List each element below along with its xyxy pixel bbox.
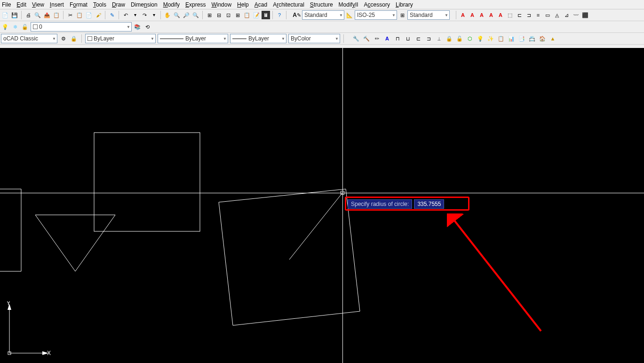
layer-dropdown[interactable]: 0 ▼	[31, 22, 132, 32]
dim9-icon[interactable]: ⬛	[581, 11, 589, 19]
text-a4-icon[interactable]: A	[487, 11, 495, 19]
sheet-icon[interactable]: 📋	[243, 11, 251, 19]
plotstyle-dropdown[interactable]: ByColor ▼	[288, 34, 340, 43]
text-a1-icon[interactable]: A	[459, 11, 467, 19]
mod9-icon[interactable]: ⟂	[435, 34, 443, 43]
menu-dimension[interactable]: Dimension	[131, 1, 158, 8]
properties-icon[interactable]: ⊞	[205, 11, 214, 19]
markup-icon[interactable]: 📝	[252, 11, 261, 19]
text-style-icon[interactable]: A✎	[293, 11, 301, 19]
plot-preview-icon[interactable]: 🔍	[33, 11, 42, 19]
mod3-icon[interactable]: ✏	[373, 34, 381, 43]
mod14-icon[interactable]: ✨	[486, 34, 495, 43]
mod19-icon[interactable]: 🏠	[538, 34, 547, 43]
text-a3-icon[interactable]: A	[477, 11, 486, 19]
undo-dd-icon[interactable]: ▾	[131, 11, 139, 19]
save-icon[interactable]: 💾	[10, 11, 19, 19]
redo-icon[interactable]: ↷	[140, 11, 149, 19]
layer-states-icon[interactable]: 📚	[133, 23, 142, 31]
mod16-icon[interactable]: 📊	[507, 34, 516, 43]
menu-structure[interactable]: Structure	[310, 1, 333, 8]
block-editor-icon[interactable]: ✎	[108, 11, 116, 19]
mod4-icon[interactable]: A	[383, 34, 391, 43]
mod10-icon[interactable]: 🔒	[445, 34, 453, 43]
zoom-realtime-icon[interactable]: 🔍	[173, 11, 181, 19]
paste-icon[interactable]: 📄	[85, 11, 93, 19]
menu-express[interactable]: Express	[185, 1, 206, 8]
undo-icon[interactable]: ↶	[121, 11, 130, 19]
mod1-icon[interactable]: 🔧	[352, 34, 360, 43]
menu-edit[interactable]: Edit	[16, 1, 26, 8]
dim-style-dropdown[interactable]: ISO-25 ▼	[355, 10, 397, 20]
new-icon[interactable]: 📄	[1, 11, 9, 19]
zoom-prev-icon[interactable]: 🔍	[191, 11, 200, 19]
workspace-dropdown[interactable]: oCAD Classic ▼	[1, 34, 57, 43]
dim-style-icon[interactable]: 📐	[345, 11, 354, 19]
help-icon[interactable]: ?	[275, 11, 284, 19]
table-style-dropdown[interactable]: Standard ▼	[407, 10, 450, 20]
ws-settings-icon[interactable]: ⚙	[59, 34, 68, 43]
menu-insert[interactable]: Insert	[50, 1, 64, 8]
mod11-icon[interactable]: 🔓	[455, 34, 464, 43]
mod12-icon[interactable]: ⬡	[466, 34, 474, 43]
tool-palette-icon[interactable]: ⊡	[224, 11, 232, 19]
match-props-icon[interactable]: 🖌	[94, 11, 103, 19]
dim1-icon[interactable]: ⬚	[506, 11, 514, 19]
menu-view[interactable]: View	[32, 1, 44, 8]
mod15-icon[interactable]: 📋	[497, 34, 505, 43]
redo-dd-icon[interactable]: ▾	[150, 11, 158, 19]
publish-icon[interactable]: 📤	[43, 11, 51, 19]
menu-modify[interactable]: Modify	[163, 1, 180, 8]
dim7-icon[interactable]: ⊿	[562, 11, 571, 19]
linetype-dropdown[interactable]: ByLayer ▼	[158, 34, 228, 43]
zoom-window-icon[interactable]: 🔎	[182, 11, 191, 19]
color-dropdown[interactable]: ByLayer ▼	[85, 34, 156, 43]
publish2-icon[interactable]: 📋	[52, 11, 61, 19]
dim4-icon[interactable]: ≡	[534, 11, 542, 19]
mod20-icon[interactable]: ▲	[549, 34, 557, 43]
menu-accessory[interactable]: Accessory	[364, 1, 390, 8]
menu-help[interactable]: Help	[237, 1, 249, 8]
cut-icon[interactable]: ✂	[66, 11, 74, 19]
text-style-dropdown[interactable]: Standard ▼	[302, 10, 344, 20]
table-style-icon[interactable]: ⊞	[398, 11, 406, 19]
mod7-icon[interactable]: ⊏	[414, 34, 422, 43]
layer-lock-icon[interactable]: 🔓	[21, 23, 29, 31]
drawing-canvas[interactable]: Y X Specify radius of circle: 335.7555	[0, 48, 644, 363]
layer-bulb-icon[interactable]: 💡	[1, 23, 9, 31]
layer-freeze-icon[interactable]: ❄	[11, 23, 19, 31]
menu-file[interactable]: File	[2, 1, 11, 8]
calc-icon[interactable]: ⊞	[233, 11, 242, 19]
mod2-icon[interactable]: 🔨	[362, 34, 371, 43]
mod6-icon[interactable]: ⊔	[404, 34, 412, 43]
menu-tools[interactable]: Tools	[93, 1, 106, 8]
dim6-icon[interactable]: ◬	[553, 11, 561, 19]
dim3-icon[interactable]: ⊐	[525, 11, 533, 19]
dynamic-input-value[interactable]: 335.7555	[414, 199, 444, 209]
menu-draw[interactable]: Draw	[112, 1, 125, 8]
mod17-icon[interactable]: 📑	[517, 34, 526, 43]
dim8-icon[interactable]: 〰	[572, 11, 580, 19]
pan-icon[interactable]: ✋	[163, 11, 172, 19]
text-a5-icon[interactable]: A	[496, 11, 505, 19]
dsm-icon[interactable]: ⊟	[215, 11, 223, 19]
menu-format[interactable]: Format	[70, 1, 87, 8]
mod18-icon[interactable]: 📇	[528, 34, 536, 43]
ws-lock-icon[interactable]: 🔒	[70, 34, 78, 43]
dim2-icon[interactable]: ⊏	[515, 11, 524, 19]
menu-architectural[interactable]: Architectural	[273, 1, 304, 8]
mod13-icon[interactable]: 💡	[476, 34, 485, 43]
menu-modify2[interactable]: ModifyII	[339, 1, 358, 8]
menu-acad[interactable]: Acad	[254, 1, 267, 8]
mod8-icon[interactable]: ⊐	[424, 34, 433, 43]
menu-window[interactable]: Window	[211, 1, 231, 8]
lineweight-dropdown[interactable]: ByLayer ▼	[230, 34, 286, 43]
layer-prev-icon[interactable]: ⟲	[143, 23, 151, 31]
plot-icon[interactable]: 🖨	[24, 11, 32, 19]
copy-icon[interactable]: 📋	[75, 11, 84, 19]
text-a2-icon[interactable]: A	[468, 11, 477, 19]
quickcalc-icon[interactable]: 🖩	[262, 11, 270, 19]
dim5-icon[interactable]: ▭	[543, 11, 552, 19]
mod5-icon[interactable]: ⊓	[393, 34, 402, 43]
menu-library[interactable]: Library	[396, 1, 413, 8]
